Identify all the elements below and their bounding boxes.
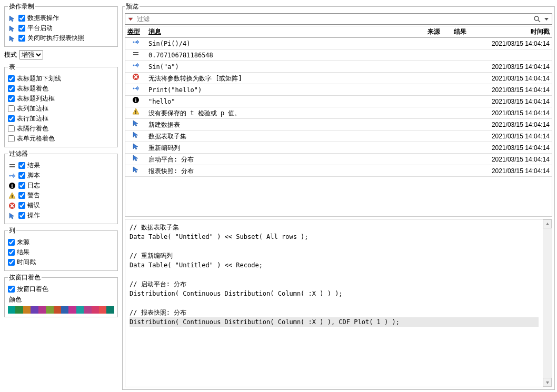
table-row[interactable]: Sin("a")2021/03/15 14:04:14	[125, 61, 552, 73]
col-result[interactable]: 结果	[452, 26, 478, 38]
row-ts: 2021/03/15 14:04:14	[478, 73, 552, 84]
filter-bar	[125, 13, 552, 25]
error-icon	[132, 73, 140, 81]
col-source[interactable]: 来源	[425, 26, 452, 38]
checkbox-row: 数据表操作	[8, 13, 114, 23]
color-swatch[interactable]	[61, 306, 68, 314]
color-swatch[interactable]	[76, 306, 84, 314]
dropdown-icon[interactable]	[126, 16, 135, 22]
color-swatch[interactable]	[68, 306, 76, 314]
color-swatch[interactable]	[84, 306, 91, 314]
checkbox-row: 来源	[8, 237, 114, 247]
warn-icon	[132, 108, 140, 115]
color-swatch[interactable]	[54, 306, 61, 314]
table-row[interactable]: 新建数据表2021/03/15 14:04:14	[125, 119, 552, 130]
checkbox-row: 操作	[8, 210, 114, 220]
scroll-down-icon[interactable]	[543, 378, 552, 387]
checkbox[interactable]	[8, 135, 15, 142]
filter-input[interactable]	[136, 14, 532, 24]
checkbox[interactable]	[8, 105, 15, 112]
checkbox-row: 时间戳	[8, 257, 114, 267]
color-swatch[interactable]	[23, 306, 31, 314]
row-ts: 2021/03/15 14:04:14	[478, 107, 552, 119]
svg-point-17	[133, 42, 135, 43]
color-swatch[interactable]	[38, 306, 46, 314]
code-area[interactable]: // 数据表取子集 Data Table( "Untitled" ) << Su…	[125, 219, 543, 387]
error-icon	[8, 202, 16, 209]
cursor-icon	[8, 25, 16, 32]
checkbox[interactable]	[8, 115, 15, 122]
checkbox[interactable]	[18, 212, 25, 219]
info-icon: i	[8, 182, 16, 189]
table-row[interactable]: i"hello"2021/03/15 14:04:14	[125, 96, 552, 107]
table-row[interactable]: Print("hello")2021/03/15 14:04:14	[125, 84, 552, 96]
table-row[interactable]: 数据表取子集2021/03/15 14:04:14	[125, 130, 552, 142]
search-icon[interactable]	[533, 15, 541, 23]
table-row[interactable]: 启动平台: 分布2021/03/15 14:04:14	[125, 154, 552, 165]
checkbox[interactable]	[18, 202, 25, 209]
checkbox-label: 脚本	[27, 171, 40, 180]
color-swatch[interactable]	[31, 306, 38, 314]
checkbox[interactable]	[8, 125, 15, 132]
checkbox-label: 数据表操作	[27, 14, 59, 23]
mode-label: 模式	[4, 51, 17, 59]
table-row[interactable]: Sin(Pi()/4)2021/03/15 14:04:14	[125, 38, 552, 49]
row-ts	[478, 49, 552, 61]
checkbox[interactable]	[18, 192, 25, 199]
color-swatch[interactable]	[46, 306, 53, 314]
equals-icon	[132, 50, 140, 57]
checkbox-row: 表标题列边框	[8, 94, 114, 104]
checkbox-row: 表行加边框	[8, 114, 114, 124]
checkbox[interactable]	[8, 75, 15, 82]
checkbox[interactable]	[8, 239, 15, 246]
script-icon	[132, 38, 140, 46]
row-ts: 2021/03/15 14:04:14	[478, 130, 552, 142]
checkbox[interactable]	[18, 162, 25, 169]
table-row[interactable]: 报表快照: 分布2021/03/15 14:04:14	[125, 165, 552, 177]
table-row[interactable]: 没有要保存的 t 检验或 p 值。2021/03/15 14:04:14	[125, 107, 552, 119]
color-swatch[interactable]	[92, 306, 99, 314]
table-row[interactable]: 无法将参数转换为数字 [或矩阵]2021/03/15 14:04:14	[125, 73, 552, 84]
col-msg[interactable]: 消息	[146, 26, 425, 38]
table-row[interactable]: 重新编码列2021/03/15 14:04:14	[125, 142, 552, 154]
checkbox-label: 日志	[27, 181, 40, 190]
checkbox[interactable]	[8, 259, 15, 266]
row-msg: 数据表取子集	[146, 130, 425, 142]
svg-text:i: i	[12, 183, 13, 189]
checkbox[interactable]	[8, 249, 15, 256]
log-table[interactable]: 类型 消息 来源 结果 时间戳 Sin(Pi()/4)2021/03/15 14…	[125, 26, 552, 217]
col-type[interactable]: 类型	[125, 26, 146, 38]
windowcolor-check[interactable]	[8, 286, 15, 293]
col-ts[interactable]: 时间戳	[478, 26, 552, 38]
checkbox[interactable]	[18, 25, 25, 32]
cursor-icon	[132, 143, 140, 150]
color-swatch[interactable]	[99, 306, 106, 314]
color-swatch[interactable]	[8, 306, 15, 314]
checkbox-row: 脚本	[8, 170, 114, 180]
vertical-scrollbar[interactable]	[543, 219, 552, 387]
row-msg: Print("hello")	[146, 84, 425, 96]
mode-select[interactable]: 增强	[19, 50, 43, 59]
table-row[interactable]: 0.707106781186548	[125, 49, 552, 61]
checkbox[interactable]	[18, 182, 25, 189]
row-ts: 2021/03/15 14:04:14	[478, 142, 552, 154]
checkbox[interactable]	[8, 95, 15, 102]
checkbox-row: 平台启动	[8, 23, 114, 33]
scroll-up-icon[interactable]	[543, 219, 552, 228]
color-swatch[interactable]	[15, 306, 23, 314]
chevron-down-icon[interactable]	[542, 16, 551, 22]
color-swatches[interactable]	[8, 306, 114, 314]
checkbox-row: 表单元格着色	[8, 134, 114, 144]
checkbox[interactable]	[18, 35, 25, 42]
row-msg: 重新编码列	[146, 142, 425, 154]
svg-text:i: i	[135, 97, 137, 103]
checkbox-label: 表行加边框	[17, 114, 48, 123]
checkbox[interactable]	[18, 172, 25, 179]
row-msg: 0.707106781186548	[146, 49, 425, 61]
cursor-icon	[132, 131, 140, 138]
checkbox[interactable]	[18, 15, 25, 22]
svg-marker-37	[546, 381, 549, 384]
row-msg: "hello"	[146, 96, 425, 107]
checkbox[interactable]	[8, 85, 15, 92]
color-swatch[interactable]	[106, 306, 114, 314]
